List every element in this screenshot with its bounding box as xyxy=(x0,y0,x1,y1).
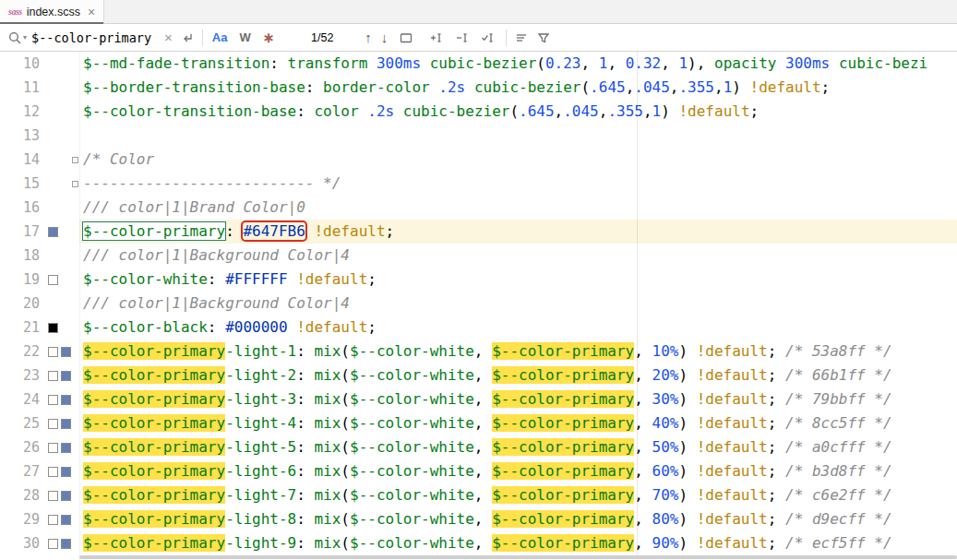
gutter-swatches xyxy=(42,292,72,316)
color-swatch[interactable] xyxy=(61,539,71,549)
code-line-29[interactable]: 29$--color-primary-light-8: mix($--color… xyxy=(0,507,957,531)
search-icon[interactable] xyxy=(7,30,22,45)
search-history-caret-icon[interactable]: ▾ xyxy=(23,33,27,42)
line-number: 12 xyxy=(0,100,42,124)
code-line-25[interactable]: 25$--color-primary-light-4: mix($--color… xyxy=(0,411,957,435)
fold-marker xyxy=(72,483,79,507)
editor-lines: 10$--md-fade-transition: transform 300ms… xyxy=(0,52,957,555)
editor-pane[interactable]: 10$--md-fade-transition: transform 300ms… xyxy=(0,52,957,560)
color-swatch[interactable] xyxy=(48,419,58,429)
code-line-23[interactable]: 23$--color-primary-light-2: mix($--color… xyxy=(0,363,957,387)
color-swatch[interactable] xyxy=(48,323,58,333)
color-swatch[interactable] xyxy=(48,491,58,501)
clear-search-icon[interactable]: × xyxy=(164,30,173,44)
line-number: 21 xyxy=(0,316,42,340)
color-swatch[interactable] xyxy=(61,347,71,357)
color-swatch[interactable] xyxy=(61,419,71,429)
code-text: $--color-primary-light-7: mix($--color-w… xyxy=(79,483,957,507)
whole-words-toggle[interactable]: W xyxy=(239,31,250,43)
code-text: $--color-primary-light-5: mix($--color-w… xyxy=(79,435,957,459)
fold-marker xyxy=(72,340,79,363)
code-line-24[interactable]: 24$--color-primary-light-3: mix($--color… xyxy=(0,387,957,411)
code-line-20[interactable]: 20/// color|1|Background Color|4 xyxy=(0,292,957,316)
code-line-14[interactable]: 14/* Color xyxy=(0,148,957,172)
color-swatch[interactable] xyxy=(48,347,58,357)
previous-occurrence-button[interactable]: ↑ xyxy=(365,30,372,44)
fold-marker xyxy=(72,52,79,76)
code-line-30[interactable]: 30$--color-primary-light-9: mix($--color… xyxy=(0,531,957,555)
color-swatch[interactable] xyxy=(48,395,58,405)
code-line-22[interactable]: 22$--color-primary-light-1: mix($--color… xyxy=(0,340,957,363)
newline-icon[interactable] xyxy=(180,30,195,45)
line-number: 15 xyxy=(0,172,42,196)
fold-marker xyxy=(72,411,79,435)
color-swatch[interactable] xyxy=(61,395,71,405)
color-swatch[interactable] xyxy=(48,467,58,477)
fold-marker[interactable] xyxy=(72,148,79,172)
color-swatch[interactable] xyxy=(48,227,58,237)
code-line-12[interactable]: 12$--color-transition-base: color .2s cu… xyxy=(0,100,957,124)
code-line-15[interactable]: 15-------------------------- */ xyxy=(0,172,957,196)
fold-marker xyxy=(72,387,79,411)
fold-marker xyxy=(72,244,79,268)
code-line-11[interactable]: 11$--border-transition-base: border-colo… xyxy=(0,76,957,100)
find-bar: ▾ × Aa W ∗ 1/52 ↑ ↓ xyxy=(0,24,957,52)
gutter-swatches xyxy=(42,387,72,411)
color-swatch[interactable] xyxy=(61,467,71,477)
horizontal-scrollbar[interactable] xyxy=(79,555,957,559)
next-occurrence-button[interactable]: ↓ xyxy=(381,30,389,44)
code-line-19[interactable]: 19$--color-white: #FFFFFF !default; xyxy=(0,268,957,292)
filter-results-icon[interactable] xyxy=(536,30,551,45)
code-line-10[interactable]: 10$--md-fade-transition: transform 300ms… xyxy=(0,52,957,76)
color-swatch[interactable] xyxy=(48,539,58,549)
search-input[interactable] xyxy=(31,30,162,45)
color-swatch[interactable] xyxy=(61,491,71,501)
color-swatch[interactable] xyxy=(61,443,71,453)
code-line-17[interactable]: 17$--color-primary: #647FB6 !default; xyxy=(0,220,957,244)
color-swatch[interactable] xyxy=(61,515,71,525)
line-number: 13 xyxy=(0,124,42,148)
code-line-28[interactable]: 28$--color-primary-light-7: mix($--color… xyxy=(0,483,957,507)
sass-file-icon: sass xyxy=(8,6,22,17)
gutter-swatches xyxy=(42,531,72,555)
line-number: 24 xyxy=(0,387,42,411)
gutter-swatches xyxy=(42,148,72,172)
search-options-icon[interactable] xyxy=(514,30,529,45)
gutter-swatches xyxy=(42,244,72,268)
color-swatch[interactable] xyxy=(48,443,58,453)
code-text: $--color-primary-light-6: mix($--color-w… xyxy=(79,459,957,483)
code-text: $--color-primary-light-9: mix($--color-w… xyxy=(79,531,957,555)
code-text: -------------------------- */ xyxy=(79,172,957,196)
code-line-18[interactable]: 18/// color|1|Background Color|4 xyxy=(0,244,957,268)
code-line-27[interactable]: 27$--color-primary-light-6: mix($--color… xyxy=(0,459,957,483)
unselect-occurrence-icon[interactable] xyxy=(454,30,469,45)
color-swatch[interactable] xyxy=(48,371,58,381)
line-number: 30 xyxy=(0,531,42,555)
match-case-toggle[interactable]: Aa xyxy=(212,31,228,43)
tab-close-icon[interactable]: × xyxy=(88,6,95,18)
tab-index-scss[interactable]: sass index.scss × xyxy=(0,0,104,23)
color-swatch[interactable] xyxy=(48,275,58,285)
code-line-16[interactable]: 16/// color|1|Brand Color|0 xyxy=(0,196,957,220)
fold-marker[interactable] xyxy=(72,172,79,196)
fold-marker xyxy=(72,507,79,531)
editor-tab-bar: sass index.scss × xyxy=(0,0,957,24)
code-line-21[interactable]: 21$--color-black: #000000 !default; xyxy=(0,316,957,340)
line-number: 19 xyxy=(0,268,42,292)
fold-marker xyxy=(72,268,79,292)
code-text: $--border-transition-base: border-color … xyxy=(79,76,957,100)
regex-toggle[interactable]: ∗ xyxy=(263,30,275,44)
fold-marker xyxy=(72,220,79,244)
select-all-occurrences-icon[interactable] xyxy=(480,30,495,45)
line-number: 25 xyxy=(0,411,42,435)
color-swatch[interactable] xyxy=(61,371,71,381)
fold-marker xyxy=(72,459,79,483)
find-in-selection-icon[interactable] xyxy=(399,30,413,45)
color-swatch[interactable] xyxy=(48,515,58,525)
add-occurrence-icon[interactable] xyxy=(428,30,443,45)
gutter-swatches xyxy=(42,316,72,340)
gutter-swatches xyxy=(42,411,72,435)
code-text: /// color|1|Background Color|4 xyxy=(79,244,957,268)
code-line-26[interactable]: 26$--color-primary-light-5: mix($--color… xyxy=(0,435,957,459)
code-line-13[interactable]: 13 xyxy=(0,124,957,148)
